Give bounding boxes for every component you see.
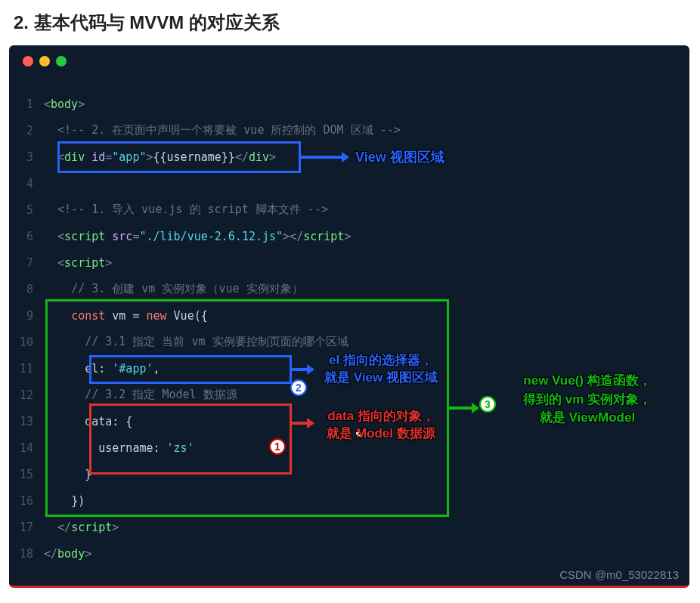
label-el: el 指向的选择器，就是 View 视图区域 [313,352,449,387]
watermark: CSDN @m0_53022813 [559,568,679,581]
code-editor-image: 1<body> 2 <!-- 2. 在页面中声明一个将要被 vue 所控制的 D… [9,45,689,588]
label-viewmodel: new Vue() 构造函数，得到的 vm 实例对象，就是 ViewModel [500,372,674,428]
arrow-icon [449,407,478,410]
badge-1-icon: 1 [269,438,286,455]
arrow-icon [292,422,313,425]
maximize-icon [56,56,67,66]
code-block: 1<body> 2 <!-- 2. 在页面中声明一个将要被 vue 所控制的 D… [9,91,689,567]
label-view: View 视图区域 [355,148,444,166]
window-traffic-lights [23,56,67,66]
label-data: data 指向的对象，就是 Model 数据源 [313,408,449,443]
section-heading: 2. 基本代码与 MVVM 的对应关系 [14,11,691,35]
badge-2-icon: 2 [290,379,307,396]
arrow-icon [301,156,348,159]
minimize-icon [39,56,50,66]
arrow-icon [292,368,313,371]
badge-3-icon: 3 [479,396,496,413]
close-icon [23,56,33,66]
cursor-icon: ↖ [355,427,361,439]
